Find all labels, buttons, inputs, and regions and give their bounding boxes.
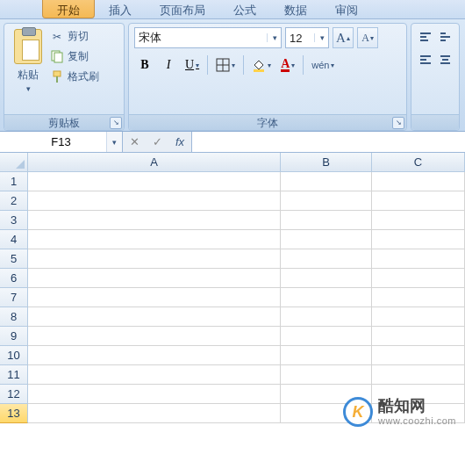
cell[interactable] bbox=[372, 191, 465, 211]
format-painter-button[interactable]: 格式刷 bbox=[50, 69, 99, 84]
tab-formula[interactable]: 公式 bbox=[219, 0, 270, 18]
cell[interactable] bbox=[372, 327, 465, 346]
font-color-button[interactable]: A bbox=[277, 54, 298, 76]
tab-insert[interactable]: 插入 bbox=[95, 0, 146, 18]
formula-input[interactable] bbox=[191, 132, 465, 152]
group-font: 宋体 ▾ 12 ▾ A▴ A▾ B I U bbox=[128, 23, 407, 131]
row-header[interactable]: 1 bbox=[0, 172, 28, 191]
align-center-button[interactable] bbox=[437, 50, 454, 69]
row-header[interactable]: 11 bbox=[0, 365, 28, 385]
cell[interactable] bbox=[372, 211, 465, 230]
row-header[interactable]: 7 bbox=[0, 288, 28, 307]
font-name-select[interactable]: 宋体 ▾ bbox=[134, 27, 282, 48]
grid-row: 4 bbox=[0, 230, 465, 249]
row-header[interactable]: 10 bbox=[0, 346, 28, 365]
grid-row: 12 bbox=[0, 385, 465, 404]
name-box[interactable]: F13 ▾ bbox=[0, 132, 123, 152]
cell[interactable] bbox=[372, 307, 465, 327]
cell[interactable] bbox=[28, 307, 281, 327]
column-header[interactable]: B bbox=[281, 153, 372, 172]
cell[interactable] bbox=[281, 404, 372, 423]
tab-layout[interactable]: 页面布局 bbox=[146, 0, 219, 18]
tab-data[interactable]: 数据 bbox=[270, 0, 321, 18]
cell[interactable] bbox=[281, 191, 372, 211]
align-middle-button[interactable] bbox=[437, 27, 454, 47]
copy-button[interactable]: 复制 bbox=[50, 49, 99, 64]
grid-row: 9 bbox=[0, 327, 465, 346]
row-header[interactable]: 4 bbox=[0, 230, 28, 249]
cell[interactable] bbox=[281, 346, 372, 365]
cell[interactable] bbox=[28, 288, 281, 307]
grid-row: 13 bbox=[0, 404, 465, 423]
column-header[interactable]: C bbox=[372, 153, 465, 172]
italic-button[interactable]: I bbox=[158, 54, 179, 76]
cell[interactable] bbox=[372, 230, 465, 249]
row-header[interactable]: 12 bbox=[0, 385, 28, 404]
grid-row: 8 bbox=[0, 307, 465, 327]
cell[interactable] bbox=[372, 172, 465, 191]
cell[interactable] bbox=[281, 327, 372, 346]
fill-color-button[interactable] bbox=[248, 54, 275, 76]
cell[interactable] bbox=[281, 249, 372, 269]
cell[interactable] bbox=[28, 404, 281, 423]
row-header[interactable]: 2 bbox=[0, 191, 28, 211]
chevron-down-icon: ▾ bbox=[267, 33, 277, 42]
cell[interactable] bbox=[281, 172, 372, 191]
phonetic-button[interactable]: wén bbox=[308, 54, 338, 76]
cell[interactable] bbox=[372, 249, 465, 269]
cell[interactable] bbox=[28, 385, 281, 404]
cell[interactable] bbox=[372, 404, 465, 423]
cell[interactable] bbox=[28, 269, 281, 288]
cell[interactable] bbox=[372, 288, 465, 307]
row-header[interactable]: 9 bbox=[0, 327, 28, 346]
fx-button[interactable]: fx bbox=[168, 135, 191, 148]
font-color-icon: A bbox=[281, 59, 290, 72]
cell[interactable] bbox=[372, 269, 465, 288]
font-name-value: 宋体 bbox=[139, 30, 161, 46]
cell[interactable] bbox=[28, 249, 281, 269]
cell[interactable] bbox=[28, 346, 281, 365]
cell[interactable] bbox=[28, 230, 281, 249]
name-box-value: F13 bbox=[5, 135, 117, 148]
row-header[interactable]: 13 bbox=[0, 404, 28, 423]
cell[interactable] bbox=[372, 346, 465, 365]
bold-button[interactable]: B bbox=[134, 54, 155, 76]
cell[interactable] bbox=[28, 211, 281, 230]
column-headers: A B C bbox=[0, 153, 465, 172]
cell[interactable] bbox=[28, 327, 281, 346]
tab-home[interactable]: 开始 bbox=[42, 0, 95, 18]
align-top-button[interactable] bbox=[417, 27, 434, 47]
cell[interactable] bbox=[372, 385, 465, 404]
group-clipboard-label: 剪贴板 ↘ bbox=[4, 114, 124, 130]
underline-button[interactable]: U bbox=[182, 54, 203, 76]
cell[interactable] bbox=[28, 172, 281, 191]
border-button[interactable] bbox=[212, 54, 239, 76]
clipboard-launcher-icon[interactable]: ↘ bbox=[110, 117, 122, 129]
cell[interactable] bbox=[281, 307, 372, 327]
cell[interactable] bbox=[281, 365, 372, 385]
font-size-select[interactable]: 12 ▾ bbox=[285, 27, 329, 48]
font-launcher-icon[interactable]: ↘ bbox=[392, 117, 404, 129]
grow-font-button[interactable]: A▴ bbox=[333, 27, 354, 48]
cell[interactable] bbox=[281, 385, 372, 404]
cell[interactable] bbox=[281, 211, 372, 230]
shrink-font-button[interactable]: A▾ bbox=[357, 27, 378, 48]
align-left-button[interactable] bbox=[417, 50, 434, 69]
row-header[interactable]: 8 bbox=[0, 307, 28, 327]
chevron-down-icon[interactable]: ▾ bbox=[26, 84, 31, 93]
cell[interactable] bbox=[281, 288, 372, 307]
cut-button[interactable]: ✂ 剪切 bbox=[50, 29, 99, 44]
row-header[interactable]: 6 bbox=[0, 269, 28, 288]
cell[interactable] bbox=[281, 269, 372, 288]
tab-review[interactable]: 审阅 bbox=[321, 0, 372, 18]
column-header[interactable]: A bbox=[28, 153, 281, 172]
select-all-corner[interactable] bbox=[0, 153, 28, 172]
cell[interactable] bbox=[28, 365, 281, 385]
chevron-down-icon[interactable]: ▾ bbox=[106, 132, 122, 152]
row-header[interactable]: 3 bbox=[0, 211, 28, 230]
cell[interactable] bbox=[372, 365, 465, 385]
row-header[interactable]: 5 bbox=[0, 249, 28, 269]
paste-button[interactable]: 粘贴 ▾ bbox=[10, 27, 46, 112]
cell[interactable] bbox=[281, 230, 372, 249]
cell[interactable] bbox=[28, 191, 281, 211]
